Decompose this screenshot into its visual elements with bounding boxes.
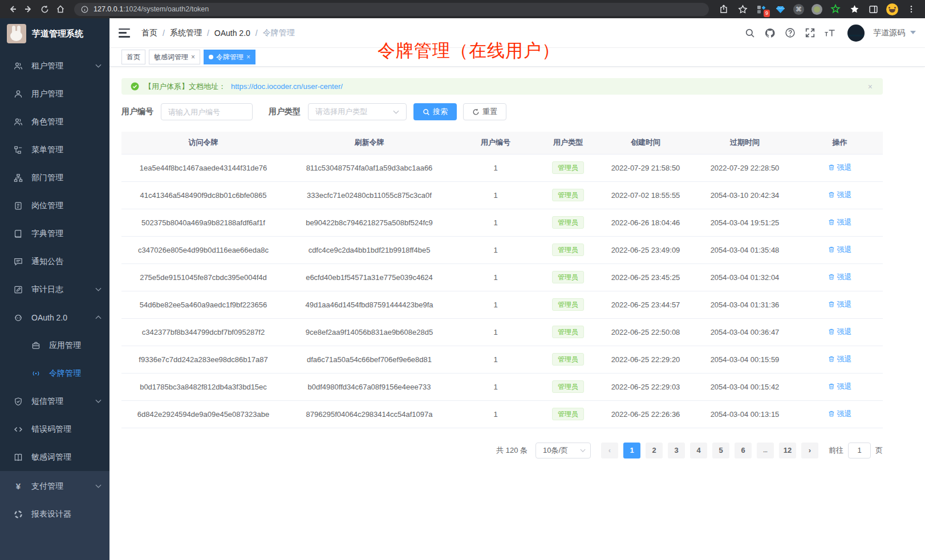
breadcrumb-home[interactable]: 首页 <box>141 28 157 38</box>
force-logout-button[interactable]: 强退 <box>828 245 852 255</box>
user-type-tag: 管理员 <box>552 271 584 283</box>
force-logout-button[interactable]: 强退 <box>828 299 852 310</box>
table-row: c342377bf8b344799dcbf7bf095287f29ce8ef2a… <box>121 318 883 346</box>
sidebar-item-16[interactable]: ¥支付管理 <box>0 472 109 500</box>
table-row: 502375b8040a469a9b82188afdf6af1fbe90422b… <box>121 209 883 236</box>
bookmark-star-icon[interactable] <box>737 3 748 15</box>
page-button-5[interactable]: 5 <box>712 443 729 458</box>
tab-3[interactable]: 令牌管理× <box>204 50 255 64</box>
oauth-icon <box>13 313 23 322</box>
white-star-extension-icon[interactable] <box>849 3 860 15</box>
alert-close-icon[interactable]: × <box>868 82 873 91</box>
force-logout-button[interactable]: 强退 <box>828 163 852 173</box>
page-size-select[interactable]: 10条/页 <box>535 443 591 458</box>
tab-2[interactable]: 敏感词管理× <box>149 50 200 64</box>
user-caret-down-icon[interactable] <box>910 31 916 35</box>
browser-back-icon[interactable] <box>6 2 19 16</box>
sidebar-item-1[interactable]: 租户管理 <box>0 52 109 80</box>
chrome-menu-icon[interactable] <box>906 3 917 15</box>
page-button-1[interactable]: 1 <box>623 443 640 458</box>
breadcrumb-current: 令牌管理 <box>263 28 295 38</box>
expired-cell: 2054-03-04 01:35:48 <box>693 236 797 263</box>
username[interactable]: 芋道源码 <box>873 28 905 38</box>
sidebar-item-12[interactable]: 令牌管理 <box>0 359 109 387</box>
browser-home-icon[interactable] <box>54 2 67 16</box>
page-button-4[interactable]: 4 <box>690 443 707 458</box>
goto-page-input[interactable] <box>848 443 871 458</box>
sidebar-item-13[interactable]: 短信管理 <box>0 387 109 415</box>
force-logout-button[interactable]: 强退 <box>828 409 852 419</box>
tab-1[interactable]: 首页 <box>121 50 145 64</box>
sidebar-item-15[interactable]: 敏感词管理 <box>0 443 109 471</box>
sidebar-item-label: 令牌管理 <box>49 368 102 379</box>
tab-close-icon[interactable]: × <box>191 53 195 61</box>
alert-doc-link[interactable]: https://doc.iocoder.cn/user-center/ <box>231 82 343 91</box>
gem-extension-icon[interactable] <box>774 3 786 15</box>
force-logout-button[interactable]: 强退 <box>828 327 852 337</box>
force-logout-button[interactable]: 强退 <box>828 354 852 364</box>
profile-avatar-emoji[interactable] <box>886 3 898 15</box>
sidebar-item-5[interactable]: 部门管理 <box>0 164 109 192</box>
sidebar-item-4[interactable]: 菜单管理 <box>0 136 109 164</box>
github-icon[interactable] <box>764 27 776 39</box>
share-icon[interactable] <box>718 3 729 15</box>
browser-reload-icon[interactable] <box>38 2 51 16</box>
search-icon[interactable] <box>744 27 756 39</box>
refresh-cell: 9ce8ef2aa9f14056b831ae9b608e28d5 <box>285 318 453 346</box>
help-icon[interactable] <box>784 27 796 39</box>
more-pages-button[interactable]: ... <box>757 443 774 458</box>
sidebar-item-11[interactable]: 应用管理 <box>0 331 109 359</box>
sidebar-item-17[interactable]: 报表设计器 <box>0 500 109 528</box>
next-page-button[interactable]: › <box>801 443 818 458</box>
breadcrumb-oauth[interactable]: OAuth 2.0 <box>214 29 250 38</box>
sidebar-item-2[interactable]: 用户管理 <box>0 80 109 108</box>
user-type-select[interactable]: 请选择用户类型 <box>308 103 407 120</box>
extension-blocks-icon[interactable]: 9 <box>756 3 767 15</box>
sidebar-item-6[interactable]: 岗位管理 <box>0 192 109 220</box>
browser-forward-icon[interactable] <box>22 2 35 16</box>
green-star-extension-icon[interactable] <box>830 3 841 15</box>
side-panel-icon[interactable] <box>867 3 879 15</box>
site-info-icon[interactable] <box>81 6 88 13</box>
tab-label: 首页 <box>127 52 140 62</box>
force-logout-button[interactable]: 强退 <box>828 272 852 282</box>
font-size-icon[interactable] <box>824 27 835 39</box>
force-logout-button[interactable]: 强退 <box>828 190 852 200</box>
user-avatar[interactable] <box>847 25 865 42</box>
expired-cell: 2054-03-04 00:15:42 <box>693 373 797 400</box>
record-extension-icon[interactable] <box>812 4 822 15</box>
sidebar-item-7[interactable]: 字典管理 <box>0 220 109 247</box>
reset-button[interactable]: 重置 <box>463 103 506 120</box>
app-icon <box>31 341 41 350</box>
sidebar-item-label: 支付管理 <box>31 481 87 492</box>
page-button-6[interactable]: 6 <box>735 443 752 458</box>
refresh-cell: e6cfd40eb1f54571a31e775e039c4624 <box>285 263 453 291</box>
breadcrumb-system[interactable]: 系统管理 <box>170 28 202 38</box>
page-button-3[interactable]: 3 <box>668 443 685 458</box>
sidebar-item-10[interactable]: OAuth 2.0 <box>0 303 109 331</box>
app-logo-row[interactable]: 芋道管理系统 <box>0 18 109 49</box>
app-title: 芋道管理系统 <box>32 29 83 39</box>
prev-page-button[interactable]: ‹ <box>601 443 618 458</box>
page-button-12[interactable]: 12 <box>779 443 796 458</box>
sidebar-toggle-icon[interactable] <box>119 29 130 38</box>
page-button-2[interactable]: 2 <box>646 443 663 458</box>
sidebar-item-14[interactable]: 错误码管理 <box>0 415 109 443</box>
address-bar[interactable]: 127.0.0.1:1024/system/oauth2/token <box>74 3 709 16</box>
command-extension-icon[interactable]: ⌘ <box>793 4 804 15</box>
user-id-input[interactable] <box>161 103 253 120</box>
sidebar-item-9[interactable]: 审计日志 <box>0 275 109 303</box>
sidebar-item-3[interactable]: 角色管理 <box>0 108 109 136</box>
user-icon <box>13 90 23 99</box>
tab-close-icon[interactable]: × <box>246 53 250 61</box>
force-logout-button[interactable]: 强退 <box>828 217 852 228</box>
user_type-cell: 管理员 <box>538 209 598 236</box>
sidebar-item-8[interactable]: 通知公告 <box>0 247 109 275</box>
search-button[interactable]: 搜索 <box>413 103 457 120</box>
action-cell: 强退 <box>797 346 883 373</box>
select-chevron-down-icon <box>393 110 399 114</box>
force-logout-button[interactable]: 强退 <box>828 382 852 392</box>
user-type-tag: 管理员 <box>552 353 584 366</box>
fullscreen-icon[interactable] <box>804 27 816 39</box>
access-cell: f9336e7c7dd242a283ee98dc86b17a87 <box>121 346 285 373</box>
